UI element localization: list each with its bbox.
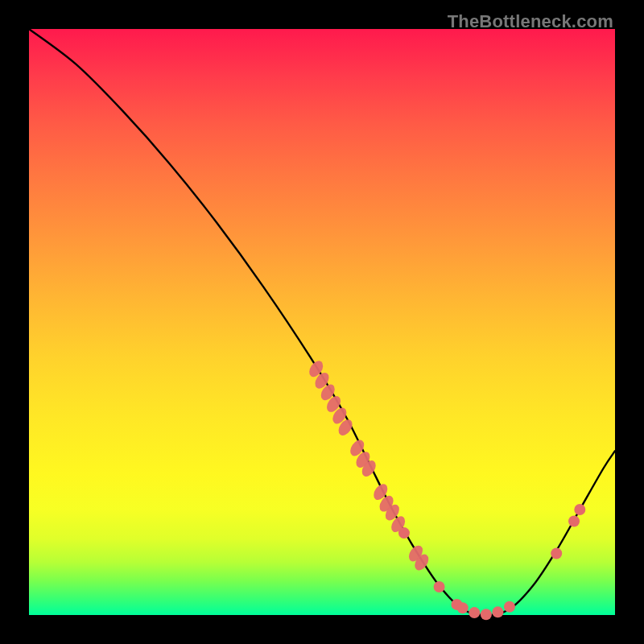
data-marker [492,606,503,617]
data-marker [551,548,562,559]
data-marker [469,607,480,618]
data-marker [434,581,445,592]
data-marker [398,527,410,539]
marker-layer [307,358,586,620]
data-marker [481,609,492,620]
chart-background-gradient [29,29,615,615]
data-marker [574,504,585,515]
chart-svg [29,29,615,615]
data-marker [504,601,515,613]
data-marker [568,516,580,527]
bottleneck-curve [29,29,615,615]
curve-layer [29,29,615,615]
data-marker [457,602,469,613]
